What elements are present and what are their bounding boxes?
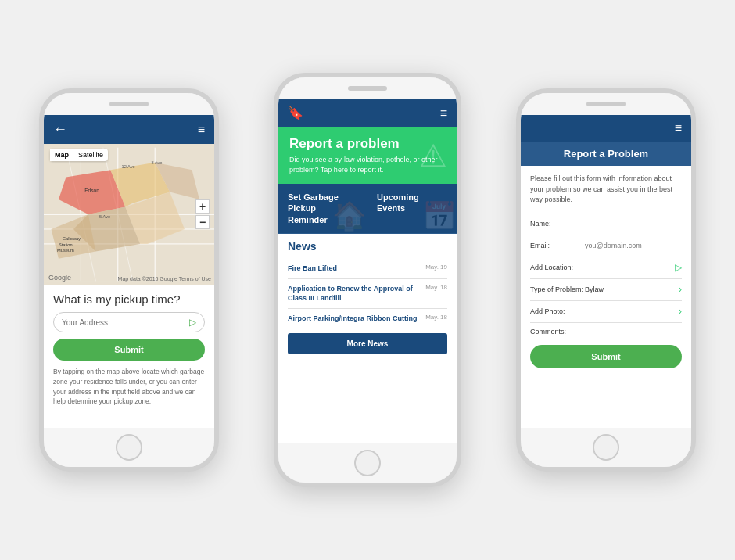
name-input[interactable] xyxy=(585,220,682,228)
right-subheader-title: Report a Problem xyxy=(530,148,682,160)
center-menu-icon[interactable]: ≡ xyxy=(440,106,447,120)
phone-center-top-bar xyxy=(278,77,457,99)
phone-right-screen: ≡ Report a Problem Please fill out this … xyxy=(521,115,691,428)
news-section: News Fire Ban Lifted May. 19 Application… xyxy=(278,234,457,443)
right-form-content: Please fill out this form with informati… xyxy=(521,166,691,428)
quick-link-events[interactable]: Upcoming Events 📅 xyxy=(368,184,457,234)
phone-right-bottom-bar xyxy=(521,428,691,467)
left-header: ← ≡ xyxy=(44,115,214,144)
form-row-type: Type of Problem: Bylaw › xyxy=(530,279,682,301)
right-submit-button[interactable]: Submit xyxy=(530,345,682,368)
phone-center: 🔖 ≡ Report a problem Did you see a by-la… xyxy=(274,73,461,487)
map-toggle-map[interactable]: Map xyxy=(50,149,74,161)
location-nav-icon[interactable]: ▷ xyxy=(675,262,682,273)
phone-left-top-bar xyxy=(44,93,214,115)
form-row-email: Email: xyxy=(530,235,682,257)
phones-container: ← ≡ Map Satellite xyxy=(16,14,719,546)
email-input[interactable] xyxy=(585,242,682,249)
phone-left-screen: ← ≡ Map Satellite xyxy=(44,115,214,428)
news-item-2-title: Airport Parking/Integra Ribbon Cutting xyxy=(288,314,419,324)
phone-right-speaker xyxy=(586,102,626,106)
phone-left-bottom-bar xyxy=(44,428,214,467)
map-zoom[interactable]: + − xyxy=(195,199,210,229)
news-heading: News xyxy=(288,240,447,253)
type-value: Bylaw xyxy=(585,285,679,293)
quick-links: Set Garbage Pickup Reminder 🏠 Upcoming E… xyxy=(278,184,457,234)
more-news-button[interactable]: More News xyxy=(288,333,447,354)
report-banner-icon: ⚠ xyxy=(419,138,447,174)
address-input-wrap[interactable]: ▷ xyxy=(53,312,205,332)
right-header: ≡ xyxy=(521,115,691,142)
news-item-0-title: Fire Ban Lifted xyxy=(288,264,419,274)
phone-left-home-btn[interactable] xyxy=(116,434,142,461)
news-item-1-title: Application to Renew the Approval of Cla… xyxy=(288,284,419,303)
form-row-photo: Add Photo: › xyxy=(530,301,682,323)
phone-left-speaker xyxy=(109,102,149,106)
type-chevron-icon[interactable]: › xyxy=(679,284,682,295)
back-icon[interactable]: ← xyxy=(53,121,67,138)
map-attribution: Map data ©2016 Google Terms of Use xyxy=(118,276,211,282)
phone-right: ≡ Report a Problem Please fill out this … xyxy=(516,88,696,472)
phone-center-bottom-bar xyxy=(278,443,457,483)
events-icon: 📅 xyxy=(422,198,457,234)
news-item-2[interactable]: Airport Parking/Integra Ribbon Cutting M… xyxy=(288,309,447,329)
phone-center-home-btn[interactable] xyxy=(354,450,381,476)
form-row-name: Name: xyxy=(530,214,682,235)
map-toggle-satellite[interactable]: Satellite xyxy=(74,149,108,161)
form-row-location: Add Location: ▷ xyxy=(530,257,682,279)
svg-text:Edson: Edson xyxy=(84,188,99,193)
right-subheader: Report a Problem xyxy=(521,142,691,166)
comments-label: Comments: xyxy=(530,323,682,339)
photo-chevron-icon[interactable]: › xyxy=(679,306,682,317)
bookmark-icon[interactable]: 🔖 xyxy=(288,106,303,120)
news-item-1[interactable]: Application to Renew the Approval of Cla… xyxy=(288,279,447,309)
form-label-type: Type of Problem: xyxy=(530,285,585,293)
svg-text:5 Ave: 5 Ave xyxy=(99,214,110,219)
phone-right-top-bar xyxy=(521,93,691,115)
news-item-0[interactable]: Fire Ban Lifted May. 19 xyxy=(288,259,447,279)
center-header: 🔖 ≡ xyxy=(278,99,457,127)
map-svg: Edson Galloway Station Museum 12 Ave 8 A… xyxy=(44,144,214,285)
phone-center-speaker xyxy=(348,86,387,91)
garbage-icon: 🏠 xyxy=(332,198,367,234)
news-item-1-date: May. 18 xyxy=(425,284,447,291)
left-content: What is my pickup time? ▷ Submit By tapp… xyxy=(44,285,214,428)
form-label-location: Add Location: xyxy=(530,264,585,271)
news-item-0-date: May. 19 xyxy=(425,264,447,271)
google-logo: Google xyxy=(48,274,71,282)
pickup-title: What is my pickup time? xyxy=(53,293,205,306)
form-label-name: Name: xyxy=(530,220,585,228)
menu-icon[interactable]: ≡ xyxy=(198,123,205,137)
svg-text:Museum: Museum xyxy=(57,248,74,253)
report-banner[interactable]: Report a problem Did you see a by-law vi… xyxy=(278,127,457,184)
phone-right-home-btn[interactable] xyxy=(593,434,619,461)
map-area[interactable]: Map Satellite xyxy=(44,144,214,285)
svg-text:12 Ave: 12 Ave xyxy=(122,164,135,169)
news-item-2-date: May. 18 xyxy=(425,314,447,321)
phone-center-screen: 🔖 ≡ Report a problem Did you see a by-la… xyxy=(278,99,457,443)
quick-link-garbage[interactable]: Set Garbage Pickup Reminder 🏠 xyxy=(278,184,368,234)
pickup-description: By tapping on the map above locate which… xyxy=(53,367,205,407)
svg-text:Station: Station xyxy=(59,242,73,247)
right-description: Please fill out this form with informati… xyxy=(530,174,682,206)
svg-text:8 Ave: 8 Ave xyxy=(151,160,162,165)
map-toggle[interactable]: Map Satellite xyxy=(50,149,108,161)
location-icon: ▷ xyxy=(189,317,196,328)
zoom-out-button[interactable]: − xyxy=(195,215,210,229)
address-input[interactable] xyxy=(62,318,189,327)
svg-text:Galloway: Galloway xyxy=(63,236,81,241)
form-label-email: Email: xyxy=(530,242,585,249)
phone-left: ← ≡ Map Satellite xyxy=(39,88,219,472)
submit-button[interactable]: Submit xyxy=(53,339,205,361)
right-menu-icon[interactable]: ≡ xyxy=(675,121,682,135)
form-label-photo: Add Photo: xyxy=(530,307,585,315)
zoom-in-button[interactable]: + xyxy=(195,199,210,214)
